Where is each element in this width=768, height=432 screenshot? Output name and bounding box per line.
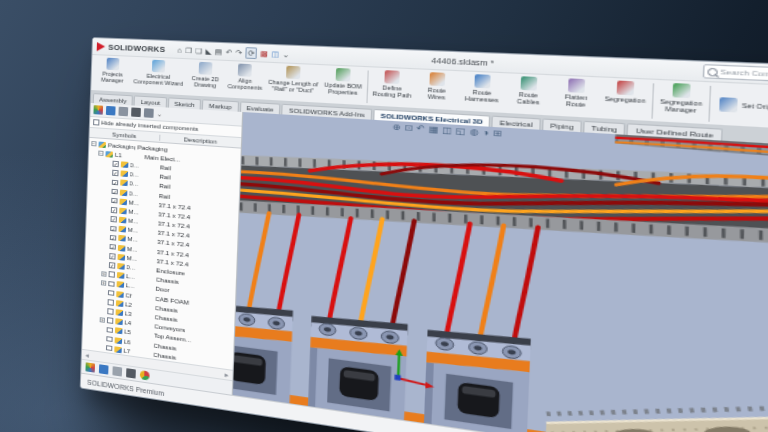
tree-expander-icon[interactable]: − <box>91 141 96 146</box>
tree-expander-spacer <box>104 197 109 202</box>
solidworks-logo-icon <box>97 42 106 51</box>
tree-checkbox[interactable] <box>106 345 112 351</box>
tree-checkbox[interactable]: ✓ <box>112 161 118 167</box>
tree-checkbox[interactable]: ✓ <box>109 244 115 250</box>
scene-icon[interactable]: ⊞ <box>493 128 502 140</box>
quick-access-toolbar: ⌂ ❐ ❏ ◣ ▤ ↶ ↷ ⟳ ▩ ◫ ⌄ <box>177 44 290 60</box>
route-harnesses-button[interactable]: Route Harnesses <box>459 72 505 112</box>
route-cables-button[interactable]: Route Cables <box>505 74 552 115</box>
tree-expander-icon[interactable]: + <box>101 280 106 286</box>
tree-checkbox[interactable] <box>108 281 114 287</box>
chevron-down-icon[interactable]: ⌄ <box>157 110 163 117</box>
ribbon-button-label: Define Routing Path <box>372 84 411 99</box>
tree-symbol-label: Packaging 1 <box>108 142 136 150</box>
section-view-icon[interactable]: ▦ <box>429 124 439 136</box>
part-icon <box>114 327 122 334</box>
viewport-3d-model[interactable]: ⊕⊡↶▦◫◱◍◑⊞ <box>233 112 768 432</box>
electrical-component-wizard-button[interactable]: Electrical Component Wizard <box>131 58 186 95</box>
home-icon[interactable]: ⌂ <box>177 45 182 54</box>
move-icon[interactable] <box>131 107 141 117</box>
circuit-breaker[interactable] <box>233 300 293 403</box>
ribbon-button-label: Change Length of "Rail" or "Duct" <box>268 79 319 94</box>
save-icon[interactable]: ◣ <box>205 46 211 56</box>
projects-manager-button[interactable]: Projects Manager <box>94 56 131 92</box>
tree-checkbox[interactable] <box>107 318 113 324</box>
tree-checkbox[interactable] <box>106 336 112 342</box>
view-orientation-icon[interactable]: ◫ <box>442 125 452 137</box>
tree-expander-spacer <box>101 289 106 295</box>
chevron-down-icon[interactable]: ⌄ <box>282 49 289 59</box>
redo-icon[interactable]: ↷ <box>236 47 243 57</box>
tree-checkbox[interactable] <box>109 272 115 278</box>
tree-checkbox[interactable]: ✓ <box>110 216 116 222</box>
ribbon-button-label: Create 2D Drawing <box>191 75 219 89</box>
palette-icon[interactable] <box>93 105 103 115</box>
tree-checkbox[interactable] <box>108 299 114 305</box>
zoom-area-icon[interactable]: ⊡ <box>404 123 413 135</box>
hide-show-icon[interactable]: ◍ <box>469 127 479 139</box>
tree-checkbox[interactable]: ✓ <box>109 262 115 268</box>
tree-checkbox[interactable]: ✓ <box>112 170 118 176</box>
move-icon[interactable] <box>126 368 136 378</box>
display-style-icon[interactable]: ◱ <box>456 126 466 138</box>
tree-expander-icon[interactable]: + <box>101 271 106 277</box>
circuit-breaker[interactable] <box>308 313 408 420</box>
file-properties-icon[interactable]: ▩ <box>260 48 268 58</box>
change-length-button[interactable]: Change Length of "Rail" or "Duct" <box>265 64 321 103</box>
symbols-icon[interactable] <box>118 107 128 117</box>
tree-checkbox[interactable] <box>108 290 114 296</box>
dock-panel-icon[interactable] <box>99 364 109 374</box>
route-wires-button[interactable]: Route Wires <box>415 70 460 110</box>
document-icon[interactable] <box>112 366 122 376</box>
new-document-icon[interactable]: ❐ <box>185 45 192 55</box>
tree-expander-icon[interactable]: + <box>100 317 105 323</box>
tree-checkbox[interactable]: ✓ <box>112 179 118 185</box>
tree-checkbox[interactable]: ✓ <box>111 189 117 195</box>
tree-checkbox[interactable]: ✓ <box>111 198 117 204</box>
open-icon[interactable]: ❏ <box>195 46 202 56</box>
create-2d-drawing-button[interactable]: Create 2D Drawing <box>186 60 225 97</box>
tilted-app-window: SOLIDWORKS ⌂ ❐ ❏ ◣ ▤ ↶ ↷ ⟳ ▩ ◫ ⌄ 44406.s… <box>80 37 768 432</box>
tree-expander-icon[interactable]: − <box>98 151 103 156</box>
search-placeholder: Search Commands <box>720 68 768 79</box>
palette-icon[interactable] <box>85 362 95 372</box>
create-2d-drawing-icon <box>199 62 213 75</box>
tree-checkbox[interactable]: ✓ <box>109 253 115 259</box>
tree-expander-spacer <box>105 161 110 166</box>
tree-checkbox[interactable] <box>107 327 113 333</box>
tree-checkbox[interactable]: ✓ <box>110 235 116 241</box>
scroll-left-icon[interactable]: ◄ <box>84 352 90 359</box>
tree-expander-spacer <box>103 225 108 231</box>
search-input[interactable]: Search Commands <box>702 64 768 84</box>
snapshot-icon[interactable] <box>144 108 154 118</box>
options-icon[interactable]: ◫ <box>271 49 279 59</box>
route-wires-icon <box>429 72 445 86</box>
segregation-button[interactable]: Segregation <box>600 79 650 121</box>
part-icon <box>116 291 124 298</box>
part-icon <box>114 337 122 344</box>
assembly-icon <box>98 141 105 148</box>
define-routing-path-button[interactable]: Define Routing Path <box>370 68 415 107</box>
ribbon-button-label: Electrical Component Wizard <box>133 72 183 87</box>
previous-view-icon[interactable]: ↶ <box>416 124 425 136</box>
pie-chart-icon[interactable] <box>140 370 150 381</box>
hide-inserted-checkbox[interactable] <box>93 119 99 125</box>
print-icon[interactable]: ▤ <box>215 46 223 56</box>
zoom-fit-icon[interactable]: ⊕ <box>392 122 401 133</box>
scroll-right-icon[interactable]: ► <box>223 371 230 378</box>
tree-checkbox[interactable]: ✓ <box>110 225 116 231</box>
flatten-route-button[interactable]: Flatten Route <box>552 77 600 119</box>
dock-panel-icon[interactable] <box>106 106 116 116</box>
tree-checkbox[interactable] <box>107 308 113 314</box>
tree-expander-spacer <box>99 335 104 341</box>
undo-icon[interactable]: ↶ <box>226 47 233 57</box>
align-components-button[interactable]: Align Components <box>225 62 266 100</box>
part-icon <box>118 235 126 242</box>
edit-appearance-icon[interactable]: ◑ <box>482 127 489 139</box>
tree-checkbox[interactable]: ✓ <box>111 207 117 213</box>
segregation-manager-button[interactable]: Segregation Manager <box>655 81 706 124</box>
circuit-breaker[interactable] <box>424 327 531 432</box>
rebuild-icon[interactable]: ⟳ <box>246 47 258 59</box>
update-bom-button[interactable]: Update BOM Properties <box>321 66 365 105</box>
ribbon-group-separator <box>651 83 654 118</box>
